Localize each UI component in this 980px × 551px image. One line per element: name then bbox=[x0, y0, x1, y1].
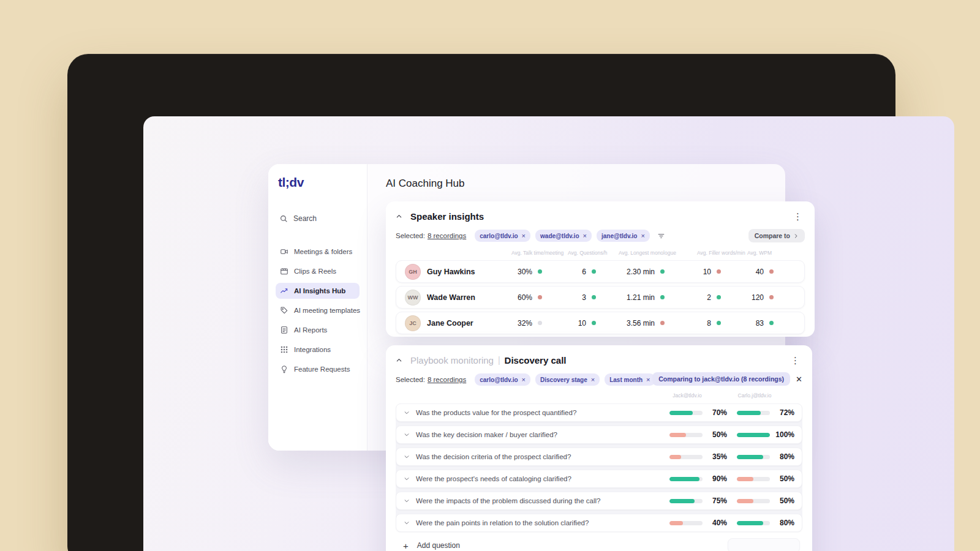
question-row[interactable]: Were the impacts of the problem discusse… bbox=[396, 492, 802, 510]
selected-label: Selected: bbox=[396, 232, 425, 239]
progress-bar bbox=[737, 411, 770, 415]
chevron-down-icon[interactable] bbox=[404, 410, 410, 416]
selected-recordings-link[interactable]: 8 recordings bbox=[428, 232, 466, 239]
filter-chips: carlo@tldv.io× wade@tldv.io× jane@tldv.i… bbox=[475, 230, 650, 242]
filter-chips: carlo@tldv.io× Discovery stage× Last mon… bbox=[475, 373, 655, 386]
clapperboard-icon bbox=[280, 267, 288, 276]
percent-value: 50% bbox=[775, 497, 794, 505]
status-dot bbox=[538, 269, 542, 274]
filter-chip[interactable]: jane@tldv.io× bbox=[597, 230, 650, 242]
kebab-menu-icon[interactable]: ⋮ bbox=[788, 354, 802, 366]
sidebar-item-label: Feature Requests bbox=[294, 365, 350, 373]
column-header: Avg. Questions/h bbox=[568, 250, 608, 256]
sidebar-item-meetings-folders[interactable]: Meetings & folders bbox=[276, 244, 360, 260]
filter-chip[interactable]: carlo@tldv.io× bbox=[475, 373, 530, 386]
filter-chip[interactable]: wade@tldv.io× bbox=[535, 230, 592, 242]
chip-label: Discovery stage bbox=[540, 377, 587, 383]
filler-words-value: 10 bbox=[703, 268, 711, 276]
close-icon[interactable]: × bbox=[591, 376, 595, 383]
search-label: Search bbox=[293, 214, 317, 223]
question-list: Was the products value for the prospect … bbox=[396, 403, 802, 532]
speaker-filter-row: Selected: 8 recordings carlo@tldv.io× wa… bbox=[396, 229, 805, 242]
chevron-down-icon[interactable] bbox=[404, 432, 410, 438]
sidebar-item-ai-insights-hub[interactable]: AI Insights Hub bbox=[276, 283, 360, 299]
table-row[interactable]: WW Wade Warren 60% 3 1.21 min 2 120 bbox=[396, 286, 805, 309]
filter-chip[interactable]: Last month× bbox=[605, 373, 655, 386]
wpm-value: 83 bbox=[756, 319, 764, 328]
grid-dots-icon bbox=[280, 345, 288, 354]
close-icon[interactable]: ✕ bbox=[796, 375, 802, 384]
filter-chip[interactable]: carlo@tldv.io× bbox=[475, 230, 530, 242]
sidebar-item-label: AI Reports bbox=[294, 326, 327, 334]
speaker-table: GH Guy Hawkins 30% 6 2.30 min 10 40 WW W… bbox=[396, 260, 805, 334]
filter-chip[interactable]: Discovery stage× bbox=[535, 373, 600, 386]
playbook-column-headers: Jack@tldv.io Carlo.j@tldv.io bbox=[396, 392, 802, 401]
chip-label: carlo@tldv.io bbox=[480, 233, 518, 239]
search-button[interactable]: Search bbox=[276, 214, 360, 223]
table-row[interactable]: GH Guy Hawkins 30% 6 2.30 min 10 40 bbox=[396, 260, 805, 283]
progress-bar bbox=[737, 433, 770, 437]
question-row[interactable]: Was the key decision maker / buyer clari… bbox=[396, 425, 802, 444]
ghost-pill bbox=[728, 538, 800, 551]
playbook-header: Playbook monitoring | Discovery call ⋮ bbox=[396, 353, 802, 367]
collapse-chevron-up-icon[interactable] bbox=[396, 357, 405, 364]
playbook-monitoring-panel: Playbook monitoring | Discovery call ⋮ S… bbox=[386, 345, 812, 551]
panel-title: Speaker insights bbox=[410, 211, 484, 222]
chip-label: Last month bbox=[609, 377, 643, 383]
chevron-down-icon[interactable] bbox=[404, 520, 410, 526]
status-dot bbox=[717, 295, 721, 299]
question-text: Was the products value for the prospect … bbox=[416, 409, 669, 416]
kebab-menu-icon[interactable]: ⋮ bbox=[791, 211, 805, 222]
close-icon[interactable]: × bbox=[646, 376, 650, 383]
talk-time-value: 60% bbox=[518, 293, 532, 302]
close-icon[interactable]: × bbox=[583, 232, 587, 239]
collapse-chevron-up-icon[interactable] bbox=[396, 213, 405, 220]
filter-icon[interactable] bbox=[657, 232, 665, 240]
compare-to-button[interactable]: Compare to bbox=[748, 229, 805, 242]
question-row[interactable]: Was the decision criteria of the prospec… bbox=[396, 448, 802, 466]
selected-recordings-link[interactable]: 8 recordings bbox=[428, 376, 466, 383]
percent-value: 70% bbox=[707, 408, 727, 417]
sidebar-item-feature-requests[interactable]: Feature Requests bbox=[276, 361, 360, 377]
sidebar-item-clips-reels[interactable]: Clips & Reels bbox=[276, 263, 360, 279]
chevron-down-icon[interactable] bbox=[404, 454, 410, 460]
column-header: Avg. Filler words/min bbox=[697, 250, 745, 256]
sidebar-item-integrations[interactable]: Integrations bbox=[276, 342, 360, 358]
filler-words-value: 8 bbox=[707, 319, 711, 328]
question-row[interactable]: Were the prospect's needs of cataloging … bbox=[396, 470, 802, 488]
talk-time-value: 32% bbox=[518, 319, 532, 328]
add-question-label: Add question bbox=[417, 541, 460, 550]
page-title: AI Coaching Hub bbox=[386, 178, 465, 190]
questions-value: 10 bbox=[578, 319, 586, 328]
close-icon[interactable]: × bbox=[641, 232, 644, 239]
chip-label: jane@tldv.io bbox=[601, 233, 637, 239]
talk-time-value: 30% bbox=[518, 268, 532, 276]
sidebar-item-label: Clips & Reels bbox=[294, 268, 336, 275]
table-row[interactable]: JC Jane Cooper 32% 10 3.56 min 8 83 bbox=[396, 312, 805, 334]
sidebar-item-ai-reports[interactable]: AI Reports bbox=[276, 322, 360, 338]
question-row[interactable]: Were the pain points in relation to the … bbox=[396, 514, 802, 532]
status-dot bbox=[769, 269, 774, 274]
status-dot bbox=[538, 321, 542, 325]
close-icon[interactable]: × bbox=[522, 232, 526, 239]
add-question-button[interactable]: + Add question bbox=[396, 536, 802, 551]
sidebar-nav: Meetings & folders Clips & Reels AI Insi… bbox=[276, 244, 360, 377]
percent-value: 50% bbox=[775, 474, 794, 483]
question-row[interactable]: Was the products value for the prospect … bbox=[396, 403, 802, 422]
status-dot bbox=[769, 295, 774, 299]
laptop-frame: tl;dv Search Meetings & folders bbox=[67, 54, 895, 551]
comparing-pill[interactable]: Comparing to jack@tldv.io (8 recordings) bbox=[652, 372, 790, 386]
close-icon[interactable]: × bbox=[522, 376, 526, 383]
question-text: Were the prospect's needs of cataloging … bbox=[416, 475, 669, 482]
column-header: Avg. Talk time/meeting bbox=[511, 250, 564, 256]
chevron-down-icon[interactable] bbox=[404, 498, 410, 504]
question-text: Was the decision criteria of the prospec… bbox=[416, 453, 669, 460]
progress-bar bbox=[669, 521, 703, 525]
status-dot bbox=[592, 269, 596, 274]
status-dot bbox=[660, 295, 665, 299]
chevron-down-icon[interactable] bbox=[404, 476, 410, 482]
sidebar-item-ai-meeting-templates[interactable]: AI meeting templates bbox=[276, 302, 360, 318]
status-dot bbox=[717, 269, 721, 274]
chart-line-icon bbox=[280, 287, 288, 295]
chip-label: carlo@tldv.io bbox=[480, 377, 518, 383]
